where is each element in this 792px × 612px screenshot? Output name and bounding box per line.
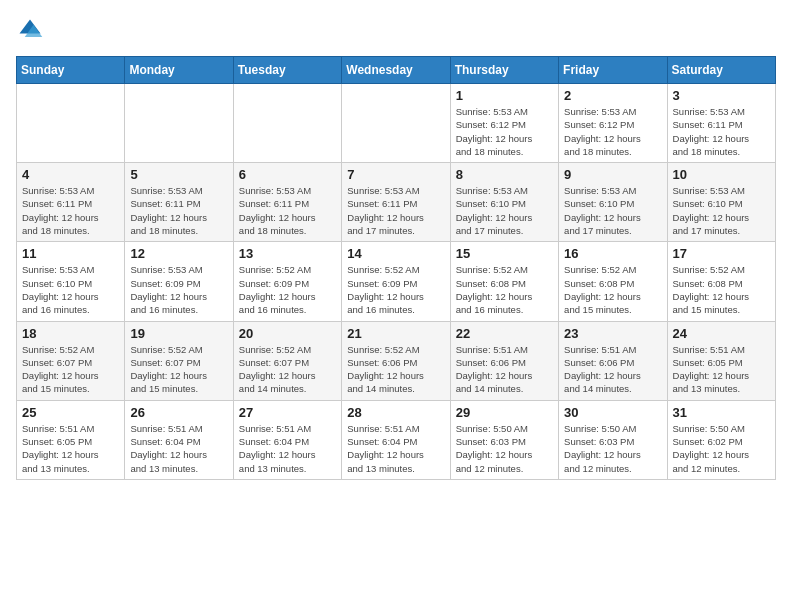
day-info: Sunrise: 5:53 AMSunset: 6:10 PMDaylight:… (564, 184, 661, 237)
day-number: 20 (239, 326, 336, 341)
day-number: 13 (239, 246, 336, 261)
day-number: 3 (673, 88, 770, 103)
day-info: Sunrise: 5:50 AMSunset: 6:02 PMDaylight:… (673, 422, 770, 475)
calendar-cell: 25Sunrise: 5:51 AMSunset: 6:05 PMDayligh… (17, 400, 125, 479)
day-number: 22 (456, 326, 553, 341)
day-number: 6 (239, 167, 336, 182)
calendar-cell: 16Sunrise: 5:52 AMSunset: 6:08 PMDayligh… (559, 242, 667, 321)
calendar-cell: 19Sunrise: 5:52 AMSunset: 6:07 PMDayligh… (125, 321, 233, 400)
calendar-cell: 23Sunrise: 5:51 AMSunset: 6:06 PMDayligh… (559, 321, 667, 400)
day-info: Sunrise: 5:50 AMSunset: 6:03 PMDaylight:… (564, 422, 661, 475)
calendar-cell: 18Sunrise: 5:52 AMSunset: 6:07 PMDayligh… (17, 321, 125, 400)
calendar-cell (342, 84, 450, 163)
day-info: Sunrise: 5:51 AMSunset: 6:05 PMDaylight:… (22, 422, 119, 475)
day-info: Sunrise: 5:52 AMSunset: 6:08 PMDaylight:… (456, 263, 553, 316)
day-info: Sunrise: 5:51 AMSunset: 6:04 PMDaylight:… (130, 422, 227, 475)
day-number: 23 (564, 326, 661, 341)
calendar-cell: 20Sunrise: 5:52 AMSunset: 6:07 PMDayligh… (233, 321, 341, 400)
day-info: Sunrise: 5:52 AMSunset: 6:07 PMDaylight:… (239, 343, 336, 396)
calendar-body: 1Sunrise: 5:53 AMSunset: 6:12 PMDaylight… (17, 84, 776, 480)
calendar-cell: 13Sunrise: 5:52 AMSunset: 6:09 PMDayligh… (233, 242, 341, 321)
calendar-cell (233, 84, 341, 163)
header-cell-wednesday: Wednesday (342, 57, 450, 84)
calendar-cell: 5Sunrise: 5:53 AMSunset: 6:11 PMDaylight… (125, 163, 233, 242)
day-number: 10 (673, 167, 770, 182)
header-cell-sunday: Sunday (17, 57, 125, 84)
calendar-cell (125, 84, 233, 163)
calendar-week-3: 11Sunrise: 5:53 AMSunset: 6:10 PMDayligh… (17, 242, 776, 321)
logo-icon (16, 16, 44, 44)
calendar-cell: 11Sunrise: 5:53 AMSunset: 6:10 PMDayligh… (17, 242, 125, 321)
calendar-week-2: 4Sunrise: 5:53 AMSunset: 6:11 PMDaylight… (17, 163, 776, 242)
day-info: Sunrise: 5:53 AMSunset: 6:11 PMDaylight:… (22, 184, 119, 237)
day-info: Sunrise: 5:51 AMSunset: 6:04 PMDaylight:… (239, 422, 336, 475)
day-info: Sunrise: 5:53 AMSunset: 6:10 PMDaylight:… (456, 184, 553, 237)
day-number: 14 (347, 246, 444, 261)
day-info: Sunrise: 5:53 AMSunset: 6:12 PMDaylight:… (456, 105, 553, 158)
day-info: Sunrise: 5:52 AMSunset: 6:08 PMDaylight:… (673, 263, 770, 316)
calendar-header: SundayMondayTuesdayWednesdayThursdayFrid… (17, 57, 776, 84)
calendar-cell: 1Sunrise: 5:53 AMSunset: 6:12 PMDaylight… (450, 84, 558, 163)
calendar-week-4: 18Sunrise: 5:52 AMSunset: 6:07 PMDayligh… (17, 321, 776, 400)
day-info: Sunrise: 5:53 AMSunset: 6:11 PMDaylight:… (347, 184, 444, 237)
calendar-cell: 30Sunrise: 5:50 AMSunset: 6:03 PMDayligh… (559, 400, 667, 479)
day-info: Sunrise: 5:51 AMSunset: 6:05 PMDaylight:… (673, 343, 770, 396)
day-number: 12 (130, 246, 227, 261)
calendar-cell: 27Sunrise: 5:51 AMSunset: 6:04 PMDayligh… (233, 400, 341, 479)
calendar-cell: 26Sunrise: 5:51 AMSunset: 6:04 PMDayligh… (125, 400, 233, 479)
day-number: 11 (22, 246, 119, 261)
day-number: 24 (673, 326, 770, 341)
calendar-table: SundayMondayTuesdayWednesdayThursdayFrid… (16, 56, 776, 480)
day-info: Sunrise: 5:52 AMSunset: 6:09 PMDaylight:… (239, 263, 336, 316)
day-info: Sunrise: 5:51 AMSunset: 6:06 PMDaylight:… (456, 343, 553, 396)
calendar-cell: 8Sunrise: 5:53 AMSunset: 6:10 PMDaylight… (450, 163, 558, 242)
day-number: 17 (673, 246, 770, 261)
day-info: Sunrise: 5:50 AMSunset: 6:03 PMDaylight:… (456, 422, 553, 475)
day-info: Sunrise: 5:52 AMSunset: 6:08 PMDaylight:… (564, 263, 661, 316)
calendar-cell: 28Sunrise: 5:51 AMSunset: 6:04 PMDayligh… (342, 400, 450, 479)
calendar-cell: 29Sunrise: 5:50 AMSunset: 6:03 PMDayligh… (450, 400, 558, 479)
calendar-cell: 6Sunrise: 5:53 AMSunset: 6:11 PMDaylight… (233, 163, 341, 242)
calendar-cell: 21Sunrise: 5:52 AMSunset: 6:06 PMDayligh… (342, 321, 450, 400)
day-number: 28 (347, 405, 444, 420)
day-number: 18 (22, 326, 119, 341)
header-cell-saturday: Saturday (667, 57, 775, 84)
day-number: 1 (456, 88, 553, 103)
header-cell-monday: Monday (125, 57, 233, 84)
header-cell-thursday: Thursday (450, 57, 558, 84)
calendar-cell: 3Sunrise: 5:53 AMSunset: 6:11 PMDaylight… (667, 84, 775, 163)
day-number: 27 (239, 405, 336, 420)
calendar-cell: 22Sunrise: 5:51 AMSunset: 6:06 PMDayligh… (450, 321, 558, 400)
day-info: Sunrise: 5:53 AMSunset: 6:10 PMDaylight:… (673, 184, 770, 237)
logo (16, 16, 48, 44)
day-number: 29 (456, 405, 553, 420)
calendar-cell (17, 84, 125, 163)
calendar-cell: 15Sunrise: 5:52 AMSunset: 6:08 PMDayligh… (450, 242, 558, 321)
day-number: 15 (456, 246, 553, 261)
day-number: 31 (673, 405, 770, 420)
day-info: Sunrise: 5:52 AMSunset: 6:07 PMDaylight:… (130, 343, 227, 396)
calendar-cell: 24Sunrise: 5:51 AMSunset: 6:05 PMDayligh… (667, 321, 775, 400)
calendar-cell: 7Sunrise: 5:53 AMSunset: 6:11 PMDaylight… (342, 163, 450, 242)
calendar-cell: 17Sunrise: 5:52 AMSunset: 6:08 PMDayligh… (667, 242, 775, 321)
day-number: 25 (22, 405, 119, 420)
page-header (16, 16, 776, 44)
day-number: 5 (130, 167, 227, 182)
day-number: 21 (347, 326, 444, 341)
day-number: 4 (22, 167, 119, 182)
day-info: Sunrise: 5:53 AMSunset: 6:12 PMDaylight:… (564, 105, 661, 158)
header-cell-tuesday: Tuesday (233, 57, 341, 84)
day-number: 2 (564, 88, 661, 103)
day-info: Sunrise: 5:53 AMSunset: 6:10 PMDaylight:… (22, 263, 119, 316)
calendar-week-5: 25Sunrise: 5:51 AMSunset: 6:05 PMDayligh… (17, 400, 776, 479)
day-info: Sunrise: 5:51 AMSunset: 6:04 PMDaylight:… (347, 422, 444, 475)
day-info: Sunrise: 5:52 AMSunset: 6:07 PMDaylight:… (22, 343, 119, 396)
day-number: 9 (564, 167, 661, 182)
calendar-cell: 2Sunrise: 5:53 AMSunset: 6:12 PMDaylight… (559, 84, 667, 163)
day-number: 8 (456, 167, 553, 182)
calendar-week-1: 1Sunrise: 5:53 AMSunset: 6:12 PMDaylight… (17, 84, 776, 163)
day-number: 19 (130, 326, 227, 341)
day-info: Sunrise: 5:52 AMSunset: 6:09 PMDaylight:… (347, 263, 444, 316)
day-number: 26 (130, 405, 227, 420)
day-info: Sunrise: 5:53 AMSunset: 6:11 PMDaylight:… (130, 184, 227, 237)
